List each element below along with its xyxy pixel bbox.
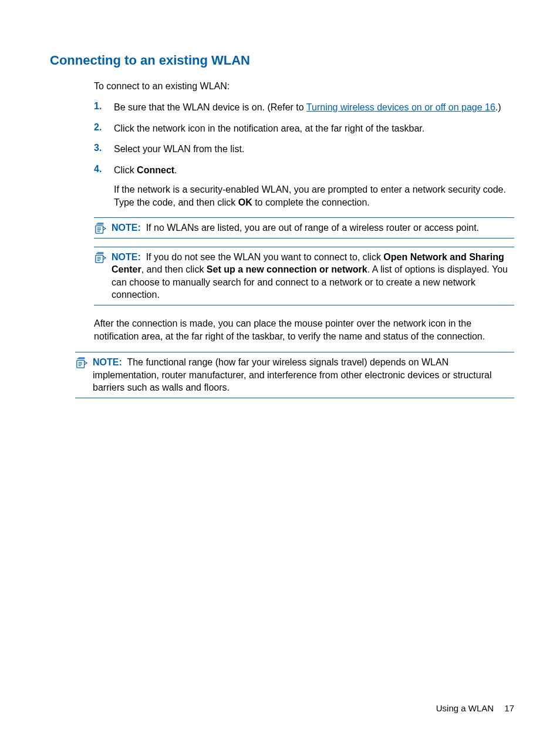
ui-label: Set up a new connection or network [207, 264, 367, 274]
paragraph: After the connection is made, you can pl… [94, 317, 514, 342]
page-footer: Using a WLAN 17 [436, 703, 514, 713]
list-body: Be sure that the WLAN device is on. (Ref… [114, 101, 514, 114]
cross-reference-link[interactable]: Turning wireless devices on or off on pa… [306, 102, 495, 112]
section-heading: Connecting to an existing WLAN [50, 53, 514, 68]
list-number: 3. [94, 143, 114, 156]
note-icon [75, 356, 93, 394]
note-label: NOTE: [112, 252, 141, 262]
intro-text: To connect to an existing WLAN: [94, 81, 514, 92]
ui-label: Connect [137, 165, 174, 175]
step-text: . [174, 165, 177, 175]
note-box: NOTE: If you do not see the WLAN you wan… [94, 247, 514, 305]
step-text: .) [495, 102, 501, 112]
document-page: Connecting to an existing WLAN To connec… [0, 0, 560, 746]
list-item: 3. Select your WLAN from the list. [94, 143, 514, 156]
list-number: 4. [94, 164, 114, 209]
note-label: NOTE: [112, 223, 141, 233]
note-content: NOTE: If no WLANs are listed, you are ou… [112, 221, 514, 234]
note-content: NOTE: The functional range (how far your… [93, 356, 514, 394]
footer-section-name: Using a WLAN [436, 703, 494, 713]
step-text: to complete the connection. [252, 197, 370, 207]
page-number: 17 [504, 703, 514, 713]
step-text: Be sure that the WLAN device is on. (Ref… [114, 102, 306, 112]
note-box: NOTE: The functional range (how far your… [75, 352, 514, 398]
list-item: 2. Click the network icon in the notific… [94, 122, 514, 135]
list-body: Click Connect. If the network is a secur… [114, 164, 514, 209]
steps-list: 1. Be sure that the WLAN device is on. (… [94, 101, 514, 209]
note-text: The functional range (how far your wirel… [93, 357, 491, 392]
outer-notes: NOTE: The functional range (how far your… [75, 352, 514, 398]
list-number: 2. [94, 122, 114, 135]
note-box: NOTE: If no WLANs are listed, you are ou… [94, 217, 514, 238]
list-body: Click the network icon in the notificati… [114, 122, 514, 135]
list-item: 1. Be sure that the WLAN device is on. (… [94, 101, 514, 114]
note-text: If you do not see the WLAN you want to c… [146, 252, 384, 262]
list-number: 1. [94, 101, 114, 114]
step-text: Click [114, 165, 137, 175]
inner-notes: NOTE: If no WLANs are listed, you are ou… [94, 217, 514, 305]
note-content: NOTE: If you do not see the WLAN you wan… [112, 251, 514, 301]
list-item: 4. Click Connect. If the network is a se… [94, 164, 514, 209]
note-text: , and then click [141, 264, 207, 274]
note-icon [94, 221, 112, 234]
ui-label: OK [238, 197, 252, 207]
note-icon [94, 251, 112, 301]
note-text: If no WLANs are listed, you are out of r… [146, 223, 479, 233]
list-body: Select your WLAN from the list. [114, 143, 514, 156]
note-label: NOTE: [93, 357, 122, 367]
